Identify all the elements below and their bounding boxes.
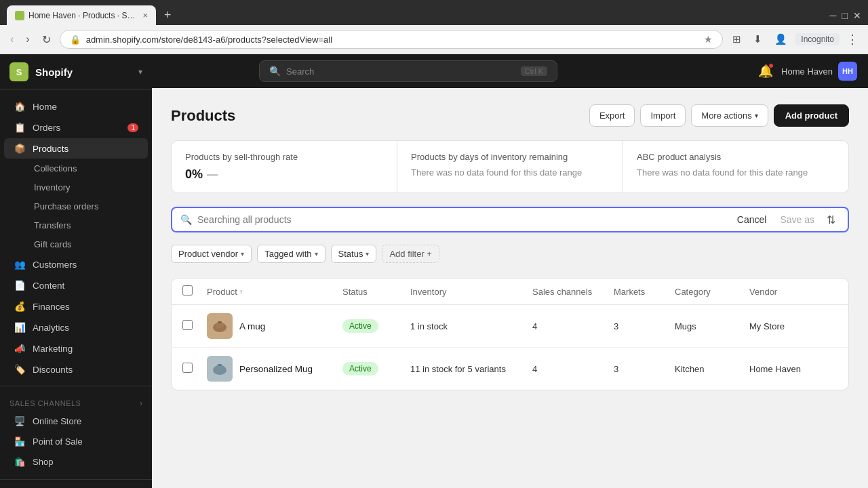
- tagged-with-filter-label: Tagged with: [264, 249, 311, 259]
- sidebar-item-products[interactable]: 📦 Products: [4, 138, 148, 159]
- sidebar-item-marketing[interactable]: 📣 Marketing: [4, 338, 148, 359]
- row1-checkbox-cell: [182, 320, 207, 332]
- table-row[interactable]: A mug Active 1 in stock 4 3 Mugs My Stor…: [172, 305, 848, 348]
- forward-button[interactable]: ›: [22, 31, 33, 47]
- sidebar-item-collections[interactable]: Collections: [4, 159, 148, 178]
- tab-close-icon[interactable]: ×: [142, 10, 148, 20]
- close-button[interactable]: ✕: [853, 10, 861, 21]
- product-column-header[interactable]: Product ↑: [207, 287, 342, 297]
- stat-abc-no-data: There was no data found for this date ra…: [637, 167, 835, 178]
- product-search-bar[interactable]: 🔍 Cancel Save as ⇅: [171, 207, 849, 232]
- sidebar-item-home-label: Home: [33, 102, 57, 112]
- sidebar-item-marketing-label: Marketing: [33, 344, 73, 354]
- status-filter[interactable]: Status ▾: [331, 245, 377, 263]
- sidebar-item-products-label: Products: [33, 144, 68, 154]
- tagged-with-filter[interactable]: Tagged with ▾: [257, 245, 325, 263]
- sidebar-item-finances[interactable]: 💰 Finances: [4, 296, 148, 317]
- more-actions-button[interactable]: More actions ▾: [691, 104, 768, 127]
- sidebar-item-gift-cards[interactable]: Gift cards: [4, 235, 148, 253]
- sidebar-item-purchase-orders-label: Purchase orders: [34, 201, 98, 211]
- sidebar-item-orders-label: Orders: [33, 123, 60, 133]
- sidebar-item-gift-cards-label: Gift cards: [34, 239, 72, 249]
- content-icon: 📄: [14, 280, 26, 291]
- search-sort-button[interactable]: ⇅: [823, 211, 840, 229]
- search-shortcut-badge: Ctrl K: [521, 66, 548, 76]
- row1-category: Mugs: [675, 321, 749, 331]
- sidebar-item-customers[interactable]: 👥 Customers: [4, 254, 148, 274]
- incognito-label[interactable]: Incognito: [795, 33, 840, 45]
- row1-status-cell: Active: [342, 319, 410, 333]
- page-header: Products Export Import More actions ▾ Ad…: [171, 104, 849, 127]
- row2-product-cell: Personalized Mug: [207, 356, 342, 382]
- tab-favicon: [15, 11, 24, 20]
- select-all-checkbox[interactable]: [182, 285, 193, 296]
- row1-vendor: My Store: [749, 321, 837, 331]
- new-tab-button[interactable]: +: [157, 5, 178, 25]
- sidebar-item-inventory[interactable]: Inventory: [4, 178, 148, 197]
- notification-button[interactable]: 🔔: [758, 64, 773, 79]
- product-search-input[interactable]: [197, 208, 732, 231]
- sidebar-item-content[interactable]: 📄 Content: [4, 275, 148, 296]
- sidebar-item-orders[interactable]: 📋 Orders 1: [4, 117, 148, 138]
- minimize-button[interactable]: ─: [830, 10, 837, 21]
- sidebar-item-online-store[interactable]: 🖥️ Online Store: [4, 411, 148, 431]
- products-icon: 📦: [14, 143, 26, 154]
- store-selector[interactable]: Home Haven HH: [781, 62, 857, 81]
- sidebar-item-discounts-label: Discounts: [33, 365, 73, 375]
- sales-channels-section: Sales channels ›: [0, 393, 152, 411]
- browser-menu-button[interactable]: ⋮: [844, 30, 861, 49]
- address-bar[interactable]: 🔒 admin.shopify.com/store/de8143-a6/prod…: [60, 30, 724, 49]
- row1-markets: 3: [614, 321, 675, 331]
- stat-inventory-days: Products by days of inventory remaining …: [397, 141, 623, 192]
- add-product-button[interactable]: Add product: [774, 104, 849, 127]
- stat-sell-through: Products by sell-through rate 0% —: [172, 141, 397, 192]
- row1-status-badge: Active: [342, 319, 378, 333]
- import-button[interactable]: Import: [640, 104, 686, 127]
- search-save-as-button[interactable]: Save as: [774, 211, 820, 228]
- row1-product-name: A mug: [239, 321, 265, 331]
- row1-checkbox[interactable]: [182, 320, 193, 330]
- sales-channels-expand-icon[interactable]: ›: [140, 399, 142, 408]
- export-button[interactable]: Export: [589, 104, 635, 127]
- sidebar-item-point-of-sale[interactable]: 🏪 Point of Sale: [4, 432, 148, 451]
- analytics-icon: 📊: [14, 322, 26, 333]
- row1-sales-channels: 4: [532, 321, 614, 331]
- reload-button[interactable]: ↻: [39, 31, 54, 48]
- sidebar-item-purchase-orders[interactable]: Purchase orders: [4, 197, 148, 216]
- sidebar-item-discounts[interactable]: 🏷️ Discounts: [4, 359, 148, 380]
- row2-sales-channels: 4: [532, 364, 614, 374]
- tagged-filter-chevron-icon: ▾: [315, 250, 318, 258]
- row2-markets: 3: [614, 364, 675, 374]
- maximize-button[interactable]: □: [842, 10, 848, 21]
- svg-rect-5: [218, 364, 222, 366]
- sidebar-item-analytics[interactable]: 📊 Analytics: [4, 317, 148, 338]
- sidebar-item-transfers-label: Transfers: [34, 220, 71, 230]
- profile-button[interactable]: 👤: [770, 31, 791, 47]
- home-icon: 🏠: [14, 101, 26, 112]
- row2-checkbox[interactable]: [182, 363, 193, 373]
- search-cancel-button[interactable]: Cancel: [732, 211, 772, 228]
- markets-column-header: Markets: [614, 287, 675, 297]
- sidebar-item-home[interactable]: 🏠 Home: [4, 96, 148, 117]
- global-search-box[interactable]: 🔍 Search Ctrl K: [259, 60, 557, 82]
- sidebar-item-transfers[interactable]: Transfers: [4, 216, 148, 235]
- more-actions-chevron-icon: ▾: [755, 112, 758, 119]
- back-button[interactable]: ‹: [7, 31, 17, 47]
- active-tab[interactable]: Home Haven · Products · Shopi ×: [7, 5, 156, 25]
- product-sort-icon: ↑: [239, 287, 243, 296]
- add-filter-button[interactable]: Add filter +: [382, 245, 439, 263]
- svg-rect-4: [216, 365, 224, 371]
- discounts-icon: 🏷️: [14, 364, 26, 375]
- svg-rect-1: [216, 323, 224, 328]
- stat-dash: —: [207, 169, 218, 181]
- row1-inventory: 1 in stock: [410, 321, 532, 331]
- shopify-logo-icon: S: [9, 62, 28, 81]
- table-row[interactable]: Personalized Mug Active 11 in stock for …: [172, 348, 848, 390]
- extensions-button[interactable]: ⊞: [728, 31, 745, 47]
- row2-thumbnail: [207, 356, 233, 382]
- sidebar-item-shop[interactable]: 🛍️ Shop: [4, 452, 148, 472]
- product-vendor-filter[interactable]: Product vendor ▾: [171, 245, 252, 263]
- vendor-filter-chevron-icon: ▾: [241, 250, 244, 258]
- row1-product-cell: A mug: [207, 313, 342, 339]
- download-button[interactable]: ⬇: [749, 31, 766, 47]
